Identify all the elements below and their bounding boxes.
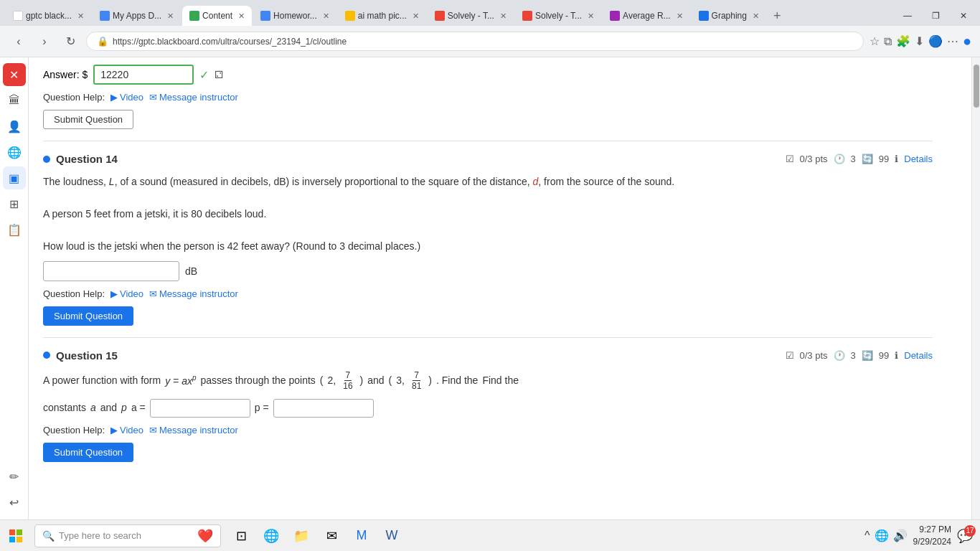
video-link-top[interactable]: ▶ Video [110,92,143,103]
profile-icon[interactable]: ● [963,33,971,50]
sidebar-close-icon[interactable]: ✕ [3,63,26,86]
tab-solvely1[interactable]: Solvely - T... ✕ [428,6,514,26]
attempts-15: 3 [851,350,856,361]
file-explorer-button[interactable]: 📁 [287,522,316,550]
scroll-thumb[interactable] [974,65,979,108]
start-button[interactable] [0,520,32,552]
tab-close-avg[interactable]: ✕ [677,11,683,21]
edge-taskbar-button[interactable]: 🌐 [257,522,286,550]
extensions-icon[interactable]: 🧩 [896,34,910,48]
q15-constants: constants [43,399,86,417]
tab-solvely2[interactable]: Solvely - T... ✕ [515,6,601,26]
app1-taskbar-button[interactable]: M [347,522,376,550]
q15-paren-close1: ) [360,372,364,390]
question-15-a-input[interactable] [150,399,250,418]
scrollbar[interactable] [971,57,980,519]
submit-question-top[interactable]: Submit Question [43,110,133,129]
sidebar-globe-icon[interactable]: 🌐 [3,141,26,164]
mail-icon-15: ✉ [149,425,157,435]
tab-homework[interactable]: Homewor... ✕ [253,6,336,26]
sidebar-list-icon[interactable]: 📋 [3,218,26,241]
refresh-button[interactable]: ↻ [60,34,80,48]
tab-close-homework[interactable]: ✕ [323,11,329,21]
question-14-input[interactable] [43,261,179,281]
question-14-unit: dB [185,265,197,277]
tray-expand-icon[interactable]: ^ [864,529,870,542]
tab-gptc[interactable]: gptc black... ✕ [6,6,91,26]
downloads-icon[interactable]: ⬇ [915,34,924,48]
taskbar: 🔍 Type here to search ❤️ ⊡ 🌐 📁 ✉ M W ^ 🌐… [0,519,980,551]
task-view-button[interactable]: ⊡ [227,522,255,550]
word-taskbar-button[interactable]: W [377,522,406,550]
sidebar-undo-icon[interactable]: ↩ [3,491,26,514]
q15-frac1-den: 16 [341,381,354,391]
pts-14: 0/3 pts [800,154,828,164]
sidebar: ✕ 🏛 👤 🌐 ▣ ⊞ 📋 ✏ ↩ [0,57,29,519]
tab-close-gptc[interactable]: ✕ [77,11,84,21]
q15-a-prefix: a = [131,399,146,417]
video-link-14[interactable]: ▶ Video [110,288,143,299]
split-view-icon[interactable]: ⧉ [884,35,892,48]
message-instructor-link-top[interactable]: ✉ Message instructor [149,92,238,103]
tab-close-content[interactable]: ✕ [238,11,245,21]
message-instructor-link-15[interactable]: ✉ Message instructor [149,425,238,435]
menu-button[interactable]: ⋯ [947,34,958,48]
divider-2 [43,337,933,338]
tab-close-solvely2[interactable]: ✕ [588,11,594,21]
notification-area[interactable]: 💬 17 [957,528,973,544]
tab-close-aimath[interactable]: ✕ [413,11,419,21]
edge-icon[interactable]: 🔵 [928,34,943,48]
q15-frac2-num: 7 [413,370,420,381]
dice-icon[interactable]: ⚁ [215,69,223,80]
minimize-button[interactable]: — [896,11,919,21]
q15-frac2-den: 81 [410,381,423,391]
mail-taskbar-button[interactable]: ✉ [317,522,346,550]
tab-myapps[interactable]: My Apps D... ✕ [93,6,181,26]
clock[interactable]: 9:27 PM 9/29/2024 [913,524,951,548]
answer-row: Answer: $ ✓ ⚁ [43,65,933,85]
tab-label-avg: Average R... [623,11,670,21]
close-button[interactable]: ✕ [953,11,974,21]
details-link-15[interactable]: Details [904,350,933,361]
answer-input[interactable] [93,65,194,85]
tab-close-solvely1[interactable]: ✕ [500,11,507,21]
q15-and2: and [100,399,117,417]
video-link-15[interactable]: ▶ Video [110,425,143,435]
sidebar-institution-icon[interactable]: 🏛 [3,89,26,112]
window-controls: — ❐ ✕ [896,11,974,21]
tab-close-graph[interactable]: ✕ [753,11,759,21]
submit-question-15[interactable]: Submit Question [43,443,133,462]
forward-button[interactable]: › [34,35,55,48]
submit-question-14[interactable]: Submit Question [43,306,133,326]
sidebar-edit-icon[interactable]: ✏ [3,465,26,488]
sidebar-content-icon[interactable]: ▣ [3,166,26,189]
tray-volume-icon[interactable]: 🔊 [893,529,908,542]
sidebar-grid-icon[interactable]: ⊞ [3,192,26,215]
details-link-14[interactable]: Details [904,154,933,164]
tab-content[interactable]: Content ✕ [182,6,252,26]
question-14-meta: ☑ 0/3 pts 🕐 3 🔄 99 ℹ Details [786,154,933,164]
q15-and: and [367,372,384,390]
back-button[interactable]: ‹ [9,35,29,48]
q15-p-label: p [121,399,127,417]
url-box[interactable]: 🔒 https://gptc.blackboard.com/ultra/cour… [86,32,864,51]
q15-p-prefix: p = [255,399,269,417]
tab-close-myapps[interactable]: ✕ [167,11,174,21]
question-15-formula-row: A power function with form y = axp passe… [43,370,933,392]
question-15-p-input[interactable] [273,399,374,418]
tab-aimath[interactable]: ai math pic... ✕ [338,6,426,26]
question-14-title: Question 14 [43,153,118,165]
q15-intro: A power function with form [43,372,161,390]
tab-graph[interactable]: Graphing ✕ [692,6,766,26]
q15-paren-close2: ) [428,372,432,390]
sidebar-user-icon[interactable]: 👤 [3,115,26,138]
taskbar-search[interactable]: 🔍 Type here to search ❤️ [34,524,221,547]
tray-network-icon[interactable]: 🌐 [875,529,889,542]
q15-frac1-num: 7 [344,370,352,381]
bookmark-icon[interactable]: ☆ [870,34,880,48]
tab-avg[interactable]: Average R... ✕ [603,6,689,26]
message-instructor-link-14[interactable]: ✉ Message instructor [149,288,238,299]
maximize-button[interactable]: ❐ [925,11,947,21]
new-tab-button[interactable]: + [768,9,787,24]
question-14-text3: How loud is the jetski when the person i… [43,238,933,254]
